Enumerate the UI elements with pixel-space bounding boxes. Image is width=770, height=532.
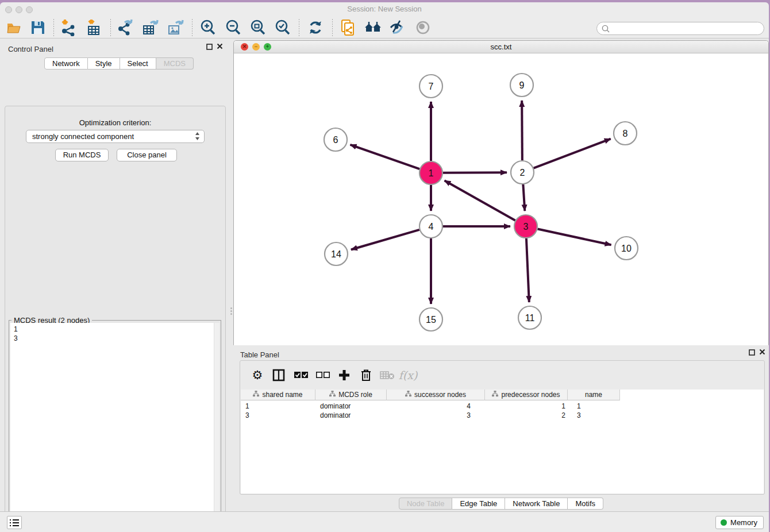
table-close-panel-icon[interactable] [759,349,765,357]
table-cell[interactable]: 3 [387,411,485,420]
column-manager-icon[interactable] [270,366,288,384]
graph-node-label: 4 [429,222,434,232]
table-cell[interactable]: 3 [568,411,620,420]
memory-status-icon [721,519,727,526]
column-header-predecessor-nodes[interactable]: predecessor nodes [485,390,568,400]
table-settings-gear-icon[interactable]: ⚙ [248,366,267,384]
table-float-panel-icon[interactable] [749,349,755,357]
edge-2-9[interactable] [522,101,522,160]
search-input[interactable] [613,24,760,33]
import-table-icon[interactable] [85,18,103,37]
table-cell[interactable]: 3 [241,411,315,420]
delete-column-icon[interactable] [357,366,375,384]
edge-1-2[interactable] [443,172,507,173]
mcds-result-group: MCDS result (2 nodes) 1 3 [9,320,221,532]
tab-mcds[interactable]: MCDS [156,57,194,70]
column-type-icon [492,391,498,399]
graph-node-label: 8 [623,129,628,138]
close-panel-icon[interactable] [217,43,223,51]
graph-node-label: 15 [426,315,436,325]
zoom-fit-icon[interactable] [249,18,267,37]
deselect-all-icon[interactable] [314,366,332,384]
table-cell[interactable]: dominator [315,402,387,411]
apply-layout-icon[interactable] [306,18,325,37]
tab-network-table[interactable]: Network Table [505,498,568,510]
table-cell[interactable]: 2 [485,411,568,420]
add-column-icon[interactable] [335,366,353,384]
mcds-result-list[interactable]: 1 3 [10,323,214,532]
tab-style[interactable]: Style [88,57,120,70]
network-canvas[interactable]: 1234678910111415 [234,53,768,345]
export-table-icon[interactable] [141,18,160,37]
optimization-criterion-label: Optimization criterion: [5,118,225,127]
column-header-name[interactable]: name [568,390,620,400]
tab-select[interactable]: Select [120,57,156,70]
node-table-panel: ⚙ f(x) [240,360,765,495]
import-network-icon[interactable] [59,18,78,37]
column-type-icon [329,391,336,399]
save-session-icon[interactable] [29,18,47,37]
float-panel-icon[interactable] [206,44,213,52]
tab-node-table[interactable]: Node Table [399,498,453,510]
memory-button[interactable]: Memory [715,516,764,529]
graph-node-label: 10 [621,244,632,253]
search-field[interactable] [596,22,764,35]
tab-edge-table[interactable]: Edge Table [452,498,505,510]
app-window: Session: New Session [0,2,769,532]
session-title: Session: New Session [0,5,769,13]
column-header-shared-name[interactable]: shared name [241,390,315,400]
graph-node-label: 14 [331,249,341,259]
table-panel-header: Table Panel [233,347,769,361]
edge-2-3[interactable] [523,184,525,211]
table-cell[interactable]: 1 [485,402,568,411]
table-cell[interactable]: 4 [387,402,485,411]
graph-node-label: 1 [429,168,434,178]
control-panel: Control Panel NetworkStyleSelectMCDS Opt… [0,38,230,514]
control-panel-title: Control Panel [8,45,53,53]
edge-1-6[interactable] [350,145,419,169]
graph-node-label: 7 [429,82,434,91]
task-history-icon[interactable] [7,516,22,529]
column-header-MCDS-role[interactable]: MCDS role [315,390,387,400]
criterion-select[interactable]: strongly connected component [26,130,205,143]
network-view-window: ✕ − + scc.txt 1234678910111415 [233,40,769,345]
show-all-houses-icon[interactable] [364,18,382,37]
result-scrollbar[interactable] [214,323,220,532]
control-panel-tabs: NetworkStyleSelectMCDS [44,57,194,70]
graph-node-label: 9 [519,80,525,90]
open-file-icon[interactable] [5,18,23,37]
edge-2-8[interactable] [534,139,611,168]
zoom-in-icon[interactable] [199,18,217,37]
show-eye-disabled-icon [414,18,432,37]
table-cell[interactable]: 1 [241,402,315,411]
table-cell[interactable]: dominator [315,411,387,420]
tab-motifs[interactable]: Motifs [568,498,603,510]
network-graph[interactable]: 1234678910111415 [234,53,768,345]
edge-4-14[interactable] [351,230,419,250]
column-header-successor-nodes[interactable]: successor nodes [387,390,485,400]
select-all-icon[interactable] [292,366,310,384]
table-row[interactable]: 3dominator323 [241,411,620,420]
table-cell[interactable]: 1 [568,402,620,411]
edge-3-11[interactable] [526,238,529,302]
network-window-titlebar: ✕ − + scc.txt [234,41,768,53]
edge-3-1[interactable] [445,180,515,220]
copy-network-icon[interactable] [339,18,357,37]
close-panel-button[interactable]: Close panel [117,149,177,161]
table-panel-title: Table Panel [240,350,279,359]
export-network-icon[interactable] [116,18,134,37]
network-title: scc.txt [234,43,768,51]
table-toolbar: ⚙ f(x) [240,363,764,387]
export-image-icon[interactable] [167,18,185,37]
vertical-splitter-handle[interactable] [230,306,233,315]
table-panel-tabs: Node TableEdge TableNetwork TableMotifs [233,498,769,510]
run-mcds-button[interactable]: Run MCDS [55,149,109,161]
criterion-value: strongly connected component [32,132,134,141]
graph-node-label: 2 [520,168,525,178]
tab-network[interactable]: Network [44,57,88,70]
edge-3-10[interactable] [538,229,611,245]
hide-selected-eye-icon[interactable] [388,18,407,37]
zoom-out-icon[interactable] [224,18,242,37]
table-row[interactable]: 1dominator411 [241,402,620,411]
zoom-selected-icon[interactable] [274,18,292,37]
